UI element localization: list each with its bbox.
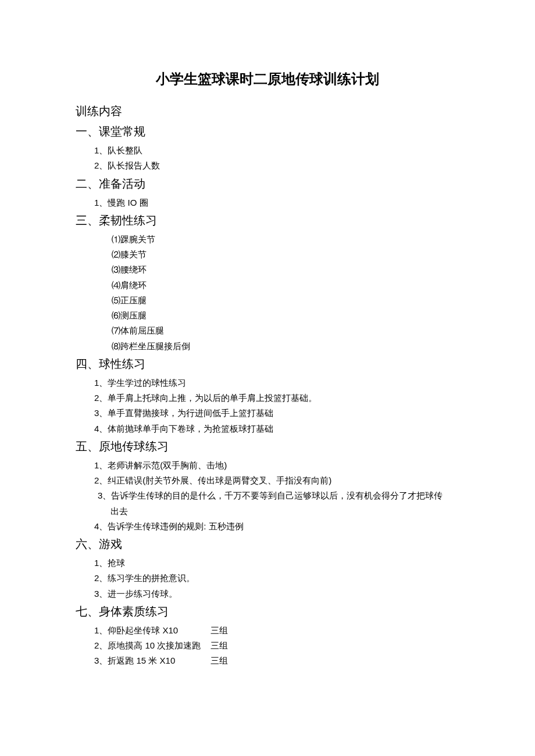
list-item: ⑺体前屈压腿 bbox=[112, 323, 459, 338]
section-2-heading: 二、准备活动 bbox=[76, 176, 459, 192]
section-1-list: 1、队长整队 2、队长报告人数 bbox=[76, 143, 459, 174]
exercise-sets: 三组 bbox=[211, 653, 228, 668]
list-item: ⑶腰绕环 bbox=[112, 262, 459, 277]
list-item: 1、学生学过的球性练习 bbox=[94, 375, 459, 390]
list-item: ⑸正压腿 bbox=[112, 293, 459, 308]
list-item: 2、纠正错误(肘关节外展、传出球是两臂交叉、手指没有向前) bbox=[94, 473, 459, 488]
list-item: ⑻跨栏坐压腿接后倒 bbox=[112, 339, 459, 354]
section-6-list: 1、抢球 2、练习学生的拼抢意识。 3、进一步练习传球。 bbox=[76, 556, 459, 601]
section-3-heading: 三、柔韧性练习 bbox=[76, 213, 459, 228]
list-item: ⑵膝关节 bbox=[112, 247, 459, 262]
section-7-heading: 七、身体素质练习 bbox=[76, 604, 459, 619]
list-item: 3、告诉学生传球的目的是什么，千万不要等到自己运够球以后，没有机会得分了才把球传 bbox=[94, 488, 459, 503]
list-item: ⑴踝腕关节 bbox=[112, 232, 459, 247]
section-4-heading: 四、球性练习 bbox=[76, 356, 459, 372]
section-4-list: 1、学生学过的球性练习 2、单手肩上托球向上推，为以后的单手肩上投篮打基础。 3… bbox=[76, 375, 459, 436]
section-2: 二、准备活动 1、慢跑 IO 圈 bbox=[76, 176, 459, 210]
section-6-heading: 六、游戏 bbox=[76, 536, 459, 552]
list-item: 3、进一步练习传球。 bbox=[94, 586, 459, 601]
content-label: 训练内容 bbox=[76, 103, 459, 119]
list-item: 2、队长报告人数 bbox=[94, 158, 459, 173]
section-7-list: 1、仰卧起坐传球 X10 三组 2、原地摸高 10 次接加速跑 三组 3、折返跑… bbox=[76, 623, 459, 669]
section-3-list: ⑴踝腕关节 ⑵膝关节 ⑶腰绕环 ⑷肩绕环 ⑸正压腿 ⑹测压腿 ⑺体前屈压腿 ⑻跨… bbox=[76, 232, 459, 354]
list-item: 4、体前抛球单手向下卷球，为抢篮板球打基础 bbox=[94, 421, 459, 436]
list-item: 1、仰卧起坐传球 X10 三组 bbox=[94, 623, 459, 638]
section-1: 一、课堂常规 1、队长整队 2、队长报告人数 bbox=[76, 124, 459, 174]
list-item: 3、单手直臂抛接球，为行进间低手上篮打基础 bbox=[94, 406, 459, 421]
section-2-list: 1、慢跑 IO 圈 bbox=[76, 195, 459, 210]
list-item-continuation: 出去 bbox=[94, 504, 459, 519]
list-item: 3、折返跑 15 米 X10 三组 bbox=[94, 653, 459, 668]
section-5: 五、原地传球练习 1、老师讲解示范(双手胸前、击地) 2、纠正错误(肘关节外展、… bbox=[76, 439, 459, 534]
exercise-name: 1、仰卧起坐传球 X10 bbox=[94, 623, 211, 638]
exercise-name: 3、折返跑 15 米 X10 bbox=[94, 653, 211, 668]
list-item: 2、练习学生的拼抢意识。 bbox=[94, 571, 459, 586]
exercise-sets: 三组 bbox=[211, 638, 228, 653]
list-item: 2、原地摸高 10 次接加速跑 三组 bbox=[94, 638, 459, 653]
list-item: ⑷肩绕环 bbox=[112, 278, 459, 293]
exercise-name: 2、原地摸高 10 次接加速跑 bbox=[94, 638, 211, 653]
page-title: 小学生篮球课时二原地传球训练计划 bbox=[76, 70, 459, 88]
section-5-list: 1、老师讲解示范(双手胸前、击地) 2、纠正错误(肘关节外展、传出球是两臂交叉、… bbox=[76, 458, 459, 534]
list-item: ⑹测压腿 bbox=[112, 308, 459, 323]
section-1-heading: 一、课堂常规 bbox=[76, 124, 459, 139]
section-6: 六、游戏 1、抢球 2、练习学生的拼抢意识。 3、进一步练习传球。 bbox=[76, 536, 459, 601]
list-item: 1、老师讲解示范(双手胸前、击地) bbox=[94, 458, 459, 473]
section-4: 四、球性练习 1、学生学过的球性练习 2、单手肩上托球向上推，为以后的单手肩上投… bbox=[76, 356, 459, 436]
list-item: 4、告诉学生传球违例的规则: 五秒违例 bbox=[94, 519, 459, 534]
section-3: 三、柔韧性练习 ⑴踝腕关节 ⑵膝关节 ⑶腰绕环 ⑷肩绕环 ⑸正压腿 ⑹测压腿 ⑺… bbox=[76, 213, 459, 354]
list-item: 1、抢球 bbox=[94, 556, 459, 571]
list-item: 1、队长整队 bbox=[94, 143, 459, 158]
list-item: 1、慢跑 IO 圈 bbox=[94, 195, 459, 210]
section-5-heading: 五、原地传球练习 bbox=[76, 439, 459, 454]
section-7: 七、身体素质练习 1、仰卧起坐传球 X10 三组 2、原地摸高 10 次接加速跑… bbox=[76, 604, 459, 669]
list-item: 2、单手肩上托球向上推，为以后的单手肩上投篮打基础。 bbox=[94, 390, 459, 406]
exercise-sets: 三组 bbox=[211, 623, 228, 638]
